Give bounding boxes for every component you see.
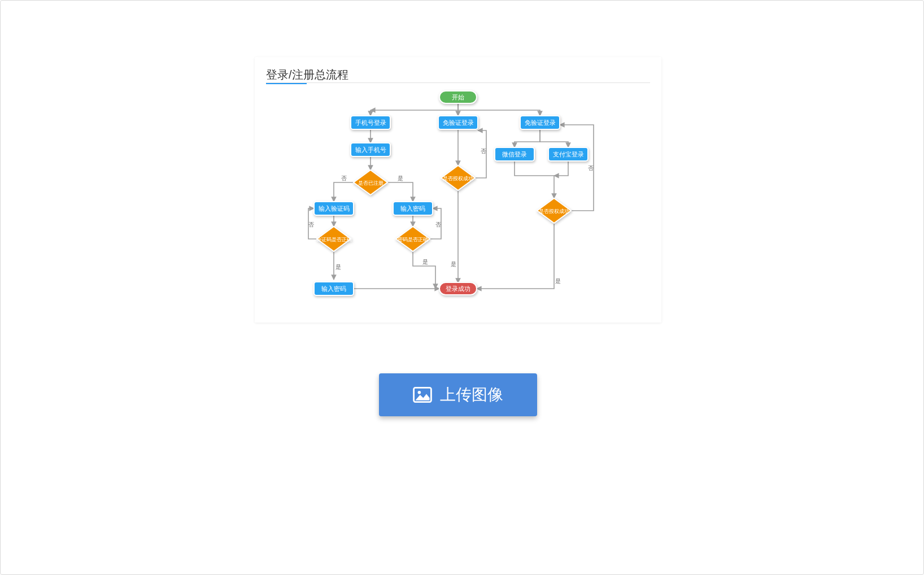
node-phone-login: 手机号登录 xyxy=(351,116,390,129)
upload-image-label: 上传图像 xyxy=(440,384,503,406)
upload-image-button[interactable]: 上传图像 xyxy=(379,373,537,416)
image-icon xyxy=(413,387,432,403)
svg-text:是否授权成功: 是否授权成功 xyxy=(443,176,473,181)
svg-text:开始: 开始 xyxy=(452,94,464,101)
edge-label-yes: 是 xyxy=(451,261,456,267)
edge-label-no: 否 xyxy=(481,148,486,154)
node-wechat-login: 微信登录 xyxy=(495,147,534,161)
svg-text:输入手机号: 输入手机号 xyxy=(355,146,386,153)
svg-text:是否已注册: 是否已注册 xyxy=(358,180,383,186)
node-start: 开始 xyxy=(439,91,477,103)
svg-text:登录成功: 登录成功 xyxy=(446,285,470,292)
edge-label-yes: 是 xyxy=(555,278,561,284)
edge-label-no: 否 xyxy=(308,221,314,228)
edge-label-yes: 是 xyxy=(422,259,428,265)
svg-text:输入验证码: 输入验证码 xyxy=(319,205,350,212)
edge-label-no: 否 xyxy=(588,165,594,171)
node-face-login-a: 免验证登录 xyxy=(438,116,478,129)
node-auth-ok-1: 是否授权成功 xyxy=(441,165,475,190)
node-enter-pwd-1: 输入密码 xyxy=(393,202,433,215)
upload-panel: 登录/注册总流程 否 是 xyxy=(0,0,924,575)
diagram-preview: 登录/注册总流程 否 是 xyxy=(255,57,661,323)
svg-text:验证码是否正确: 验证码是否正确 xyxy=(316,237,352,242)
node-enter-pwd-2: 输入密码 xyxy=(314,282,354,295)
svg-text:支付宝登录: 支付宝登录 xyxy=(553,151,584,158)
svg-text:免验证登录: 免验证登录 xyxy=(443,119,474,126)
svg-text:免验证登录: 免验证登录 xyxy=(525,119,556,126)
node-enter-phone: 输入手机号 xyxy=(351,143,390,156)
svg-text:密码是否正确: 密码是否正确 xyxy=(398,237,428,242)
node-code-ok: 验证码是否正确 xyxy=(316,226,352,251)
node-alipay-login: 支付宝登录 xyxy=(548,147,588,161)
node-registered: 是否已注册 xyxy=(354,170,387,195)
edge-label-yes: 是 xyxy=(398,175,403,181)
node-success: 登录成功 xyxy=(439,282,477,295)
edge-label-yes: 是 xyxy=(335,264,341,270)
node-auth-ok-2: 是否授权成功 xyxy=(537,198,571,223)
svg-point-33 xyxy=(418,391,421,394)
node-face-login-b: 免验证登录 xyxy=(520,116,560,129)
flowchart-svg: 否 是 否 是 否 是 否 是 xyxy=(255,57,661,323)
svg-text:微信登录: 微信登录 xyxy=(502,151,527,158)
edge-label-no: 否 xyxy=(341,175,347,181)
edge-label-no: 否 xyxy=(435,221,441,228)
node-enter-code: 输入验证码 xyxy=(314,202,354,215)
node-pwd-ok: 密码是否正确 xyxy=(396,226,430,251)
svg-text:手机号登录: 手机号登录 xyxy=(355,119,386,126)
svg-text:输入密码: 输入密码 xyxy=(321,285,346,292)
svg-text:是否授权成功: 是否授权成功 xyxy=(539,208,569,214)
svg-text:输入密码: 输入密码 xyxy=(400,205,425,212)
